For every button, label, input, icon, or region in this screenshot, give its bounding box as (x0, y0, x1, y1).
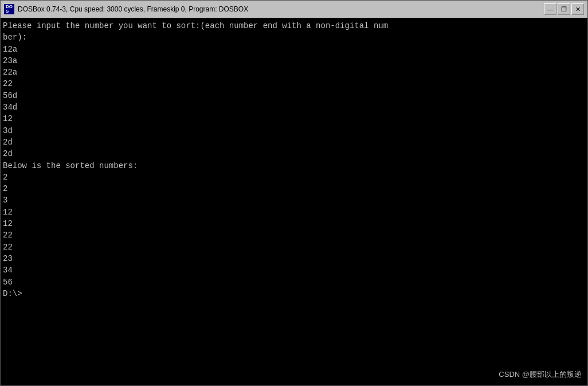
console-body[interactable]: Please input the number you want to sort… (1, 18, 587, 385)
close-button[interactable]: ✕ (571, 3, 584, 15)
watermark: CSDN @腰部以上的叛逆 (499, 369, 582, 380)
minimize-button[interactable]: — (544, 3, 556, 15)
window-controls: — ❐ ✕ (544, 3, 584, 15)
console-output: Please input the number you want to sort… (3, 20, 585, 299)
restore-button[interactable]: ❐ (558, 3, 570, 15)
dosbox-window: DO S DOSBox 0.74-3, Cpu speed: 3000 cycl… (0, 0, 588, 386)
title-bar-text: DOSBox 0.74-3, Cpu speed: 3000 cycles, F… (18, 5, 540, 13)
title-bar: DO S DOSBox 0.74-3, Cpu speed: 3000 cycl… (1, 1, 587, 18)
dosbox-icon: DO S (4, 4, 14, 14)
